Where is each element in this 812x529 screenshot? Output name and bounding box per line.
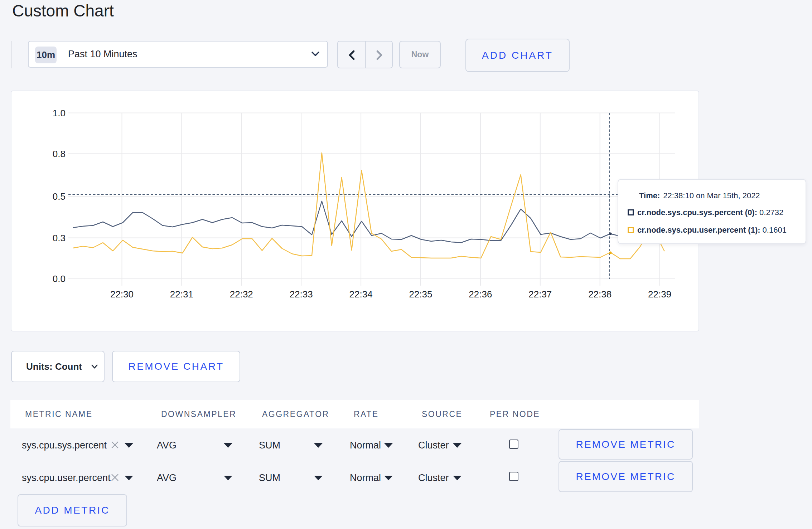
svg-text:22:38: 22:38: [588, 289, 612, 300]
svg-text:22:33: 22:33: [290, 289, 313, 300]
svg-text:22:39: 22:39: [648, 289, 671, 300]
svg-text:22:36: 22:36: [469, 289, 492, 300]
svg-text:0.0: 0.0: [53, 273, 66, 284]
svg-text:22:35: 22:35: [409, 289, 432, 300]
svg-text:22:30: 22:30: [110, 289, 134, 300]
svg-text:0.5: 0.5: [53, 191, 66, 202]
svg-text:22:31: 22:31: [170, 289, 193, 300]
svg-text:1.0: 1.0: [53, 108, 66, 118]
svg-text:22:34: 22:34: [349, 289, 373, 300]
svg-text:22:32: 22:32: [230, 289, 253, 300]
svg-text:22:37: 22:37: [528, 289, 552, 300]
svg-text:0.3: 0.3: [53, 233, 66, 243]
svg-text:0.8: 0.8: [53, 149, 66, 159]
